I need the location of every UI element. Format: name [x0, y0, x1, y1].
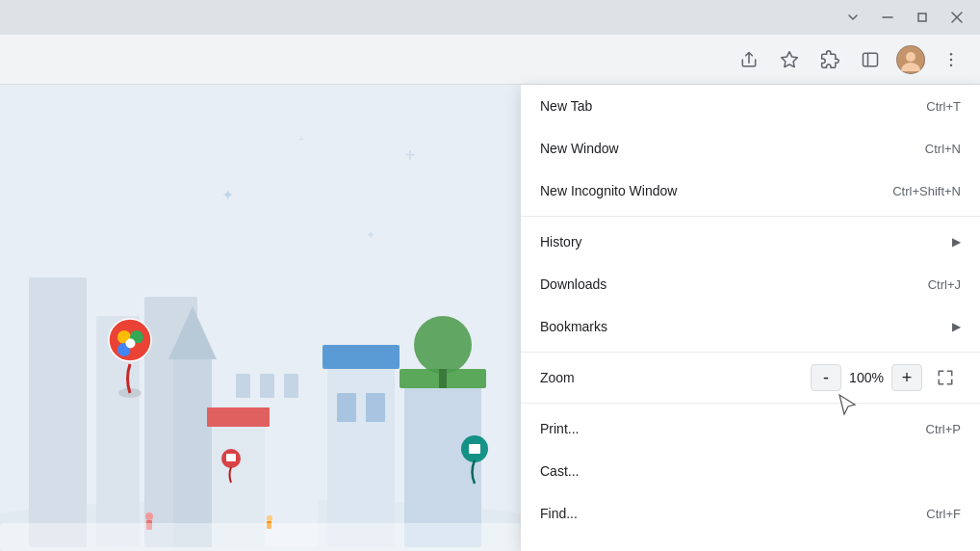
title-bar	[0, 0, 980, 35]
bookmarks-arrow-icon: ▶	[952, 320, 961, 333]
close-icon	[950, 11, 964, 24]
menu-item-downloads-shortcut: Ctrl+J	[928, 277, 961, 292]
minimize-button[interactable]	[872, 4, 903, 31]
puzzle-icon	[820, 50, 839, 69]
svg-point-43	[126, 339, 136, 349]
menu-item-cast-label: Cast...	[540, 463, 961, 479]
chevron-button[interactable]	[838, 4, 868, 31]
share-button[interactable]	[732, 42, 766, 77]
svg-rect-31	[207, 407, 270, 427]
zoom-label: Zoom	[540, 370, 811, 385]
svg-rect-17	[29, 277, 87, 547]
svg-text:✦: ✦	[366, 228, 375, 242]
close-button[interactable]	[941, 4, 972, 31]
svg-rect-1	[918, 13, 926, 21]
menu-item-downloads[interactable]: Downloads Ctrl+J	[521, 263, 980, 305]
menu-item-new-window-shortcut: Ctrl+N	[925, 142, 961, 156]
menu-item-new-tab-shortcut: Ctrl+T	[926, 99, 961, 114]
sidebar-icon	[861, 50, 880, 69]
svg-rect-4	[864, 53, 878, 66]
menu-item-print-shortcut: Ctrl+P	[926, 422, 961, 436]
svg-rect-24	[260, 374, 274, 398]
map-background: ✦ + ✦ +	[0, 85, 521, 551]
avatar-icon	[897, 46, 924, 73]
zoom-value: 100%	[841, 370, 891, 385]
restore-button[interactable]	[907, 4, 938, 31]
minimize-icon	[881, 11, 894, 24]
svg-point-50	[267, 515, 272, 521]
chevron-down-icon	[846, 11, 860, 24]
menu-item-bookmarks[interactable]: Bookmarks ▶	[521, 305, 980, 348]
svg-rect-23	[236, 374, 250, 398]
zoom-controls: - 100% +	[811, 364, 922, 391]
menu-item-print-label: Print...	[540, 421, 926, 436]
svg-rect-26	[327, 364, 395, 547]
menu-item-bookmarks-label: Bookmarks	[540, 319, 944, 334]
main-content: ✦ + ✦ +	[0, 85, 980, 551]
city-illustration: ✦ + ✦ +	[0, 85, 521, 551]
menu-item-history-label: History	[540, 234, 944, 249]
menu-divider-1	[521, 216, 980, 217]
menu-item-new-incognito-label: New Incognito Window	[540, 183, 892, 198]
share-icon	[739, 50, 759, 69]
chrome-context-menu: New Tab Ctrl+T New Window Ctrl+N New Inc…	[521, 85, 980, 551]
svg-rect-35	[439, 369, 447, 388]
svg-rect-32	[404, 383, 481, 547]
menu-divider-2	[521, 352, 980, 353]
menu-item-find-shortcut: Ctrl+F	[926, 507, 961, 521]
svg-text:+: +	[404, 144, 416, 166]
menu-item-find-label: Find...	[540, 506, 926, 521]
sidebar-button[interactable]	[853, 42, 888, 77]
menu-item-print[interactable]: Print... Ctrl+P	[521, 407, 980, 450]
menu-item-history[interactable]: History ▶	[521, 221, 980, 263]
svg-point-48	[145, 512, 153, 520]
svg-text:✦: ✦	[221, 187, 234, 203]
svg-point-7	[906, 52, 916, 62]
star-icon	[780, 50, 799, 69]
menu-item-new-incognito[interactable]: New Incognito Window Ctrl+Shift+N	[521, 170, 980, 212]
svg-rect-20	[173, 354, 212, 547]
menu-item-new-tab[interactable]: New Tab Ctrl+T	[521, 85, 980, 127]
svg-rect-28	[337, 393, 356, 422]
menu-item-new-window-label: New Window	[540, 141, 925, 156]
svg-point-34	[414, 316, 472, 374]
extensions-button[interactable]	[812, 42, 847, 77]
svg-rect-25	[284, 374, 298, 398]
avatar	[896, 45, 925, 74]
zoom-out-button[interactable]: -	[811, 364, 841, 391]
bookmark-button[interactable]	[772, 42, 807, 77]
menu-item-zoom: Zoom - 100% +	[521, 356, 980, 399]
fullscreen-icon	[937, 369, 954, 386]
menu-divider-3	[521, 403, 980, 404]
svg-rect-52	[0, 523, 521, 551]
more-dots-icon	[941, 50, 961, 69]
svg-rect-27	[322, 345, 400, 369]
menu-item-downloads-label: Downloads	[540, 276, 928, 292]
profile-button[interactable]	[893, 42, 928, 77]
svg-rect-29	[366, 393, 385, 422]
menu-item-new-incognito-shortcut: Ctrl+Shift+N	[892, 184, 961, 198]
zoom-in-button[interactable]: +	[891, 364, 922, 391]
menu-item-cast[interactable]: Cast...	[521, 450, 980, 492]
history-arrow-icon: ▶	[952, 235, 961, 249]
svg-point-8	[950, 52, 953, 55]
menu-item-find[interactable]: Find... Ctrl+F	[521, 492, 980, 535]
restore-icon	[916, 11, 929, 24]
menu-item-new-tab-label: New Tab	[540, 98, 926, 114]
menu-item-new-window[interactable]: New Window Ctrl+N	[521, 127, 980, 170]
svg-point-9	[950, 58, 953, 61]
fullscreen-button[interactable]	[930, 364, 961, 391]
browser-toolbar	[0, 35, 980, 85]
svg-rect-45	[226, 454, 236, 461]
svg-point-10	[950, 64, 953, 66]
svg-rect-47	[469, 444, 480, 454]
svg-text:+: +	[298, 134, 304, 144]
menu-button[interactable]	[934, 42, 968, 77]
